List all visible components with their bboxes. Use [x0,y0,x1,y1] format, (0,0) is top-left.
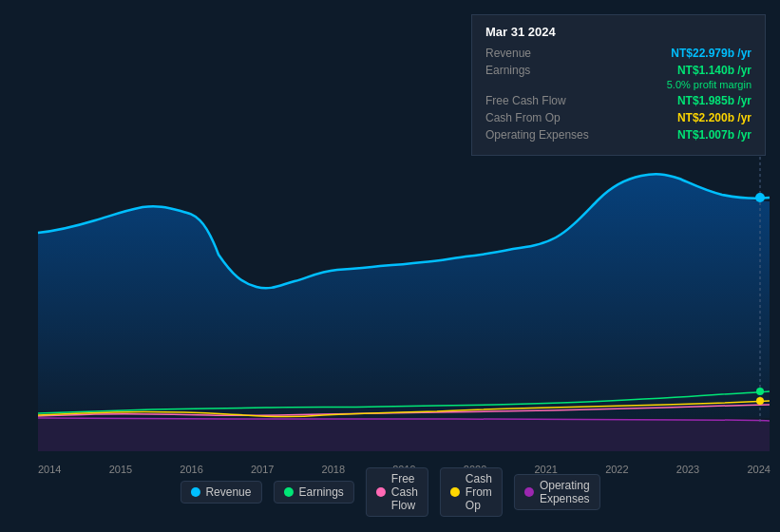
chart-container: NT$26b NT$0 -NT$2b [0,0,780,532]
tooltip-fcf-value: NT$1.985b /yr [677,94,751,107]
revenue-dot [755,193,765,202]
legend: Revenue Earnings Free Cash Flow Cash Fro… [180,467,599,517]
x-label-2024: 2024 [747,464,770,475]
tooltip-fcf-label: Free Cash Flow [485,94,609,107]
cashop-dot [756,397,764,405]
legend-revenue-dot [190,487,200,497]
legend-cashop-dot [450,487,460,497]
legend-earnings-label: Earnings [298,485,343,499]
x-label-2015: 2015 [109,464,132,475]
tooltip-revenue-label: Revenue [485,47,609,60]
negative-area [38,419,770,451]
tooltip-earnings-value: NT$1.140b /yr [677,64,751,77]
legend-cashop[interactable]: Cash From Op [440,467,503,517]
legend-earnings[interactable]: Earnings [273,481,353,504]
legend-fcf-label: Free Cash Flow [391,472,418,512]
legend-opex-label: Operating Expenses [540,479,590,505]
tooltip-revenue-value: NT$22.979b /yr [671,47,751,60]
tooltip-cashop-row: Cash From Op NT$2.200b /yr [485,111,751,124]
tooltip-opex-row: Operating Expenses NT$1.007b /yr [485,128,751,142]
tooltip-revenue-row: Revenue NT$22.979b /yr [485,47,751,60]
x-label-2014: 2014 [38,464,61,475]
legend-cashop-label: Cash From Op [466,472,492,512]
tooltip-opex-value: NT$1.007b /yr [677,128,751,142]
legend-fcf-dot [376,487,386,497]
x-label-2022: 2022 [605,464,628,475]
tooltip-earnings-label: Earnings [485,64,609,77]
legend-fcf[interactable]: Free Cash Flow [366,467,428,517]
legend-opex[interactable]: Operating Expenses [514,474,600,510]
legend-revenue[interactable]: Revenue [180,481,261,504]
tooltip-earnings-row: Earnings NT$1.140b /yr [485,64,751,77]
legend-revenue-label: Revenue [205,485,251,499]
x-label-2023: 2023 [676,464,699,475]
tooltip-date: Mar 31 2024 [485,25,751,39]
legend-opex-dot [524,487,534,497]
tooltip-margin: 5.0% profit margin [485,79,751,90]
tooltip-fcf-row: Free Cash Flow NT$1.985b /yr [485,94,751,107]
tooltip-opex-label: Operating Expenses [485,128,609,142]
tooltip-cashop-value: NT$2.200b /yr [677,111,751,124]
tooltip-cashop-label: Cash From Op [485,111,609,124]
earnings-dot [756,388,764,395]
tooltip: Mar 31 2024 Revenue NT$22.979b /yr Earni… [471,14,766,156]
legend-earnings-dot [283,487,293,497]
